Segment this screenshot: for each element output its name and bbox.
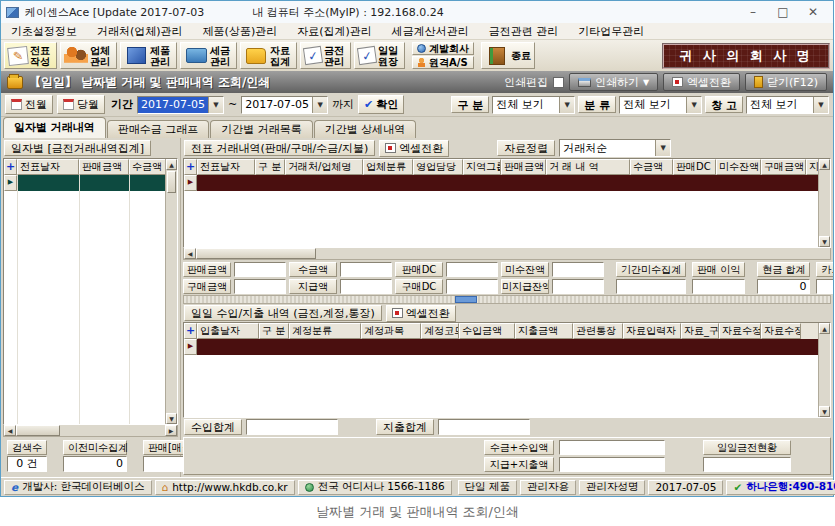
type-filter-combo[interactable]: 전체 보기 ▼: [492, 96, 575, 114]
column-header[interactable]: 전표날자: [197, 159, 255, 175]
products-manage-button[interactable]: 제품관리: [120, 42, 177, 69]
prev-month-button[interactable]: 전월: [5, 95, 53, 114]
scroll-track[interactable]: [316, 248, 830, 259]
tab-sales-graph[interactable]: 판매수금 그래프: [107, 120, 210, 138]
clients-manage-button[interactable]: 업체관리: [60, 42, 117, 69]
excel-convert-button[interactable]: 엑셀전환: [663, 73, 740, 91]
column-header[interactable]: 판매금액: [79, 159, 129, 175]
column-header[interactable]: 자료수정: [761, 323, 801, 339]
column-header[interactable]: 거래처/업체명: [285, 159, 363, 175]
date-to-value[interactable]: 2017-07-05: [242, 97, 312, 113]
column-header[interactable]: 수금액: [129, 159, 170, 175]
total-value[interactable]: [552, 279, 604, 294]
date-from-combo[interactable]: 2017-07-05 ▼: [137, 96, 224, 114]
column-header[interactable]: 입출날자: [197, 323, 259, 339]
menu-item-money[interactable]: 금전관련 관리: [489, 24, 559, 39]
scroll-right-icon[interactable]: ▶: [165, 425, 177, 436]
tax-manage-button[interactable]: 세금관리: [180, 42, 237, 69]
print-edit-checkbox[interactable]: [553, 77, 564, 88]
column-header[interactable]: 구 분: [255, 159, 285, 175]
scroll-thumb[interactable]: [16, 425, 60, 436]
remote-as-button[interactable]: 원격A/S: [412, 56, 474, 69]
tab-daily-transactions[interactable]: 일자별 거래내역: [3, 117, 106, 138]
total-value[interactable]: [234, 279, 286, 294]
chevron-down-icon[interactable]: ▼: [312, 97, 327, 113]
horizontal-scrollbar[interactable]: ◀: [183, 248, 831, 260]
date-from-value[interactable]: 2017-07-05: [138, 97, 208, 113]
menu-item-products[interactable]: 제품(상품)관리: [203, 24, 278, 39]
add-row-icon[interactable]: +: [184, 159, 197, 175]
column-header[interactable]: 관련통장: [573, 323, 623, 339]
column-header[interactable]: 판매DC: [673, 159, 716, 175]
column-header[interactable]: 거 래 내 역: [546, 159, 630, 175]
chevron-down-icon[interactable]: ▼: [686, 97, 701, 113]
voucher-excel-button[interactable]: 엑셀전환: [379, 140, 449, 157]
chevron-down-icon[interactable]: ▼: [813, 97, 828, 113]
column-header[interactable]: 지역그룹: [463, 159, 501, 175]
column-header[interactable]: 수금액: [630, 159, 673, 175]
this-month-button[interactable]: 당월: [57, 95, 105, 114]
column-header[interactable]: 지출금액: [515, 323, 573, 339]
search-count-value[interactable]: 0 건: [7, 456, 47, 472]
tab-period-list[interactable]: 기간별 거래목록: [210, 120, 313, 138]
selected-row[interactable]: ▶: [184, 339, 830, 355]
cashflow-grid[interactable]: + 입출날자구 분계정분류계정과목계정코드수입금액지출금액관련통장자료입력자자료…: [183, 322, 831, 418]
total-value[interactable]: [446, 279, 498, 294]
sort-value[interactable]: 거래처순: [560, 140, 655, 156]
column-header[interactable]: 업체분류: [363, 159, 413, 175]
period-receivable-value[interactable]: [616, 279, 686, 294]
close-form-button[interactable]: 닫기(F12): [745, 73, 827, 91]
scroll-thumb[interactable]: [455, 296, 477, 303]
tab-period-detail[interactable]: 기간별 상세내역: [314, 120, 417, 138]
card-total-value[interactable]: [816, 279, 833, 294]
selected-row[interactable]: ▶: [184, 175, 830, 191]
add-row-icon[interactable]: +: [184, 323, 197, 339]
chevron-down-icon[interactable]: ▼: [208, 97, 223, 113]
daily-summary-grid[interactable]: + 전표날자판매금액수금액 ▶ ▲ ▼: [3, 158, 178, 425]
category-filter-combo[interactable]: 전체 보기 ▼: [619, 96, 702, 114]
warehouse-filter-combo[interactable]: 전체 보기 ▼: [746, 96, 829, 114]
cash-total-value[interactable]: 0: [757, 279, 810, 294]
money-manage-button[interactable]: ✓ 금전관리: [300, 42, 351, 69]
add-row-icon[interactable]: +: [4, 159, 17, 175]
maximize-button[interactable]: □: [768, 2, 798, 22]
menu-item-basic-settings[interactable]: 기초설정정보: [11, 24, 77, 39]
column-header[interactable]: 계정분류: [289, 323, 361, 339]
exit-button[interactable]: 종료: [481, 42, 535, 69]
type-filter-value[interactable]: 전체 보기: [493, 97, 559, 113]
url-segment[interactable]: ⌂ http://www.hkdb.co.kr: [155, 480, 295, 495]
column-header[interactable]: 판매금액: [501, 159, 546, 175]
confirm-button[interactable]: ✔ 확인: [358, 95, 404, 114]
sort-combo[interactable]: 거래처순 ▼: [559, 139, 671, 157]
column-header[interactable]: 미수잔액: [716, 159, 761, 175]
print-button[interactable]: 인쇄하기 ▼: [569, 73, 658, 91]
column-header[interactable]: 자료_구분: [681, 323, 719, 339]
total-value[interactable]: [552, 262, 604, 277]
menu-item-data[interactable]: 자료(집계)관리: [297, 24, 372, 39]
total-value[interactable]: [234, 262, 286, 277]
prev-receivable-value[interactable]: 0: [63, 456, 127, 472]
column-header[interactable]: 수입금액: [459, 323, 515, 339]
sales-profit-value[interactable]: [692, 279, 745, 294]
daily-money-status-value[interactable]: [703, 457, 791, 472]
column-header[interactable]: 영업담당: [413, 159, 463, 175]
column-header[interactable]: 전표날자: [17, 159, 79, 175]
scroll-up-icon[interactable]: ▲: [166, 159, 177, 170]
payment-expense-value[interactable]: [559, 457, 665, 472]
cashflow-excel-button[interactable]: 엑셀전환: [386, 305, 456, 322]
column-header[interactable]: 계정과목: [361, 323, 421, 339]
splitter-scrollbar[interactable]: [183, 295, 831, 304]
scroll-down-icon[interactable]: ▼: [819, 406, 830, 417]
column-header[interactable]: 자료입력자: [623, 323, 681, 339]
total-value[interactable]: [340, 262, 392, 277]
chevron-down-icon[interactable]: ▼: [559, 97, 574, 113]
scroll-left-icon[interactable]: ◀: [4, 425, 16, 436]
column-header[interactable]: 계정코드: [421, 323, 459, 339]
scroll-down-icon[interactable]: ▼: [166, 413, 177, 424]
vertical-scrollbar[interactable]: ▲ ▼: [818, 159, 830, 247]
dev-company-button[interactable]: 계발회사: [412, 42, 474, 55]
chevron-down-icon[interactable]: ▼: [655, 140, 670, 156]
column-header[interactable]: 구매금액: [761, 159, 806, 175]
scroll-track[interactable]: [60, 425, 165, 436]
column-header[interactable]: 자료수정일: [719, 323, 761, 339]
